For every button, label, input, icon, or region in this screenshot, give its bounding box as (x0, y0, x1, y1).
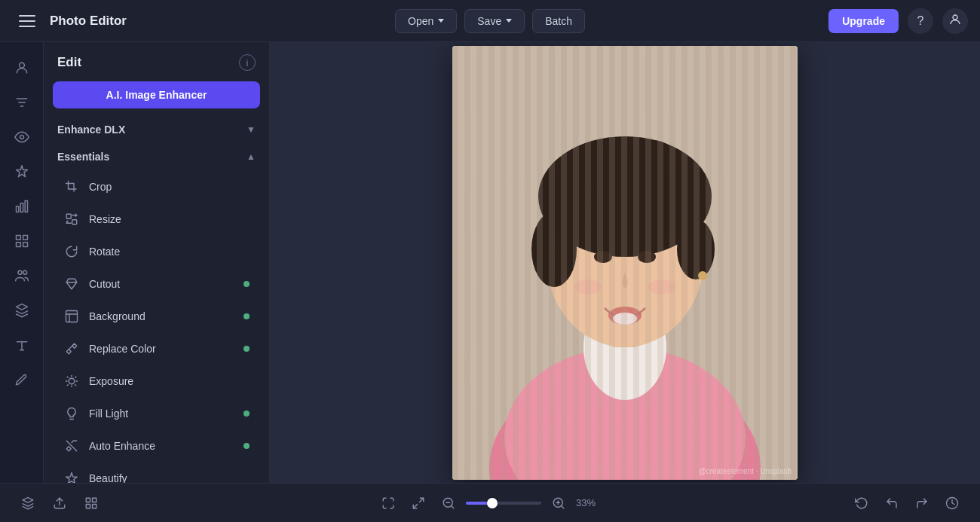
cutout-label: Cutout (89, 278, 234, 290)
menu-item-beautify[interactable]: Beautify (50, 462, 263, 483)
menu-item-crop[interactable]: Crop (50, 171, 263, 203)
sidebar-item-grid[interactable] (7, 226, 37, 256)
menu-item-rotate[interactable]: Rotate (50, 236, 263, 267)
svg-point-0 (953, 15, 957, 20)
topbar: Photo Editor Open Save Batch Upgrade ? (0, 0, 980, 42)
redo-button[interactable] (909, 490, 935, 516)
sidebar-item-analytics[interactable] (7, 191, 37, 221)
text-icon (14, 337, 29, 353)
svg-rect-5 (25, 201, 27, 212)
zoom-slider[interactable] (466, 502, 541, 505)
grid-bottom-icon (84, 496, 98, 510)
history-icon (945, 496, 959, 510)
menu-item-cutout[interactable]: Cutout (50, 268, 263, 300)
open-button[interactable]: Open (395, 9, 457, 33)
section-essentials[interactable]: Essentials (44, 143, 269, 170)
svg-point-2 (20, 136, 23, 139)
zoom-in-button[interactable] (546, 490, 571, 516)
fit-button[interactable] (406, 490, 431, 516)
exposure-label: Exposure (89, 375, 250, 387)
magic-icon (14, 164, 29, 179)
info-button[interactable]: i (239, 54, 256, 71)
fullscreen-icon (381, 496, 395, 510)
undo-button[interactable] (879, 490, 905, 516)
upload-button[interactable] (47, 490, 72, 516)
replace-color-label: Replace Color (89, 343, 234, 355)
history-button[interactable] (939, 490, 965, 516)
svg-line-49 (420, 498, 424, 502)
menu-item-auto-enhance[interactable]: Auto Enhance (50, 430, 263, 462)
fill-light-icon (63, 405, 80, 422)
app-title: Photo Editor (50, 14, 127, 29)
eye-icon (14, 130, 29, 145)
background-label: Background (89, 310, 234, 322)
svg-rect-8 (16, 243, 20, 247)
svg-rect-7 (23, 236, 27, 240)
refresh-icon (855, 496, 868, 510)
sidebar-item-eye[interactable] (7, 122, 37, 152)
menu-toggle-button[interactable] (12, 6, 42, 36)
menu-item-replace-color[interactable]: Replace Color (50, 333, 263, 365)
essentials-label: Essentials (57, 151, 109, 163)
fit-icon (412, 496, 425, 510)
svg-rect-4 (20, 203, 23, 212)
menu-item-fill-light[interactable]: Fill Light (50, 398, 263, 429)
menu-item-exposure[interactable]: Exposure (50, 365, 263, 397)
fullscreen-button[interactable] (375, 490, 401, 516)
sidebar-item-filters[interactable] (7, 87, 37, 118)
sidebar-item-person[interactable] (7, 53, 37, 83)
svg-rect-9 (23, 243, 27, 247)
bottom-center: 33% (375, 490, 605, 516)
hamburger-icon (19, 15, 35, 27)
rotate-icon (63, 243, 80, 260)
side-panel: Edit i A.I. Image Enhancer Enhance DLX E… (44, 42, 270, 483)
save-button[interactable]: Save (464, 9, 525, 33)
zoom-out-button[interactable] (436, 490, 461, 516)
svg-rect-47 (86, 504, 90, 508)
sidebar-item-layers[interactable] (7, 295, 37, 325)
sidebar-item-magic[interactable] (7, 157, 37, 187)
photo-image: @createelement · Unsplash (452, 46, 798, 480)
resize-icon (63, 211, 80, 227)
profile-button[interactable] (942, 8, 968, 34)
section-enhance-dlx[interactable]: Enhance DLX (44, 116, 269, 143)
sidebar-item-people[interactable] (7, 261, 37, 291)
zoom-in-icon (552, 496, 565, 510)
replace-color-icon (63, 340, 80, 357)
menu-item-resize[interactable]: Resize (50, 203, 263, 235)
upgrade-label: Upgrade (842, 15, 885, 27)
svg-rect-3 (16, 206, 18, 212)
svg-point-15 (69, 378, 75, 384)
zoom-slider-wrap (466, 502, 541, 505)
grid-icon (14, 234, 29, 249)
svg-line-23 (75, 377, 76, 377)
filters-icon (14, 95, 29, 110)
layers-icon (14, 303, 29, 318)
svg-rect-12 (66, 214, 71, 218)
sidebar-item-text[interactable] (7, 330, 37, 360)
essentials-chevron-icon (247, 151, 256, 162)
help-button[interactable]: ? (908, 8, 933, 34)
svg-rect-13 (72, 220, 77, 224)
refresh-button[interactable] (849, 490, 874, 516)
grid-bottom-button[interactable] (78, 490, 104, 516)
background-dot (243, 313, 250, 319)
layers-bottom-button[interactable] (15, 490, 41, 516)
person-icon (14, 60, 29, 75)
layers-bottom-icon (21, 496, 35, 510)
upgrade-button[interactable]: Upgrade (828, 9, 899, 33)
menu-item-background[interactable]: Background (50, 301, 263, 332)
batch-button[interactable]: Batch (532, 9, 585, 33)
svg-line-19 (75, 385, 76, 386)
profile-icon (948, 13, 962, 29)
crop-icon (63, 179, 80, 195)
svg-line-18 (67, 377, 68, 377)
sidebar-item-draw[interactable] (7, 365, 37, 395)
open-chevron-icon (438, 19, 444, 23)
svg-point-10 (18, 270, 22, 274)
panel-header: Edit i (44, 42, 269, 78)
batch-label: Batch (545, 15, 572, 27)
cutout-dot (243, 281, 250, 287)
ai-enhancer-button[interactable]: A.I. Image Enhancer (53, 81, 260, 108)
open-label: Open (408, 15, 433, 27)
